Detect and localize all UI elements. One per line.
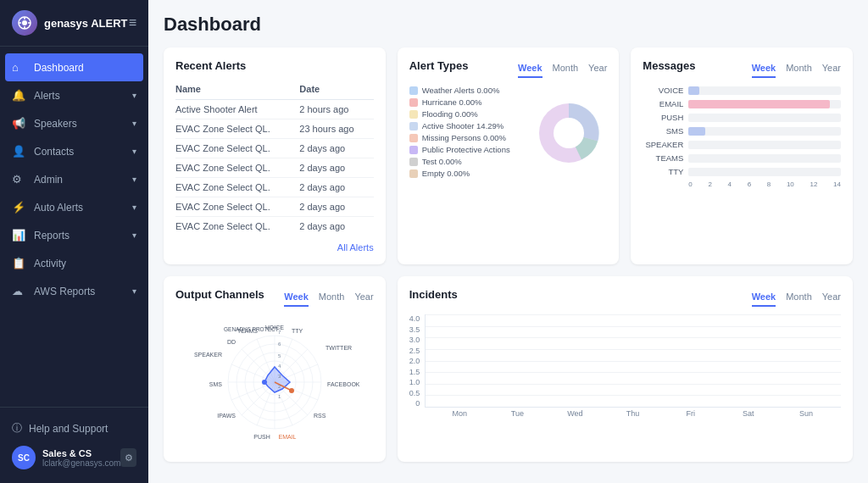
alert-name: EVAC Zone Select QL. [175, 119, 299, 139]
chevron-down-icon: ▾ [132, 119, 136, 128]
legend-label: Weather Alerts 0.00% [422, 86, 500, 95]
sidebar-nav: ⌂ Dashboard 🔔 Alerts ▾ 📢 Speakers ▾ 👤 Co… [0, 47, 148, 407]
avatar-initials: SC [18, 453, 30, 463]
bar-track [688, 100, 841, 108]
legend-item: Flooding 0.00% [409, 109, 523, 119]
dashboard-grid: Recent Alerts Name Date Active Shooter A… [164, 47, 853, 462]
bar-label: SMS [643, 126, 683, 136]
chevron-down-icon: ▾ [132, 203, 136, 212]
legend-item: Empty 0.00% [409, 169, 523, 178]
dashboard-icon: ⌂ [12, 61, 27, 74]
sidebar-item-reports[interactable]: 📊 Reports ▾ [0, 221, 148, 249]
sidebar-item-label: Contacts [34, 146, 74, 158]
legend-dot [409, 146, 418, 154]
svg-text:1: 1 [278, 394, 281, 399]
incident-x-label: Fri [666, 409, 715, 418]
sidebar-item-auto-alerts[interactable]: ⚡ Auto Alerts ▾ [0, 193, 148, 221]
bar-label: TEAMS [643, 153, 683, 163]
tab-incidents-month[interactable]: Month [786, 291, 812, 307]
table-row: EVAC Zone Select QL.2 days ago [175, 139, 374, 158]
bar-fill [688, 127, 704, 136]
sidebar-item-contacts[interactable]: 👤 Contacts ▾ [0, 137, 148, 165]
help-support-link[interactable]: ⓘ Help and Support [12, 416, 136, 441]
tab-msg-year[interactable]: Year [822, 63, 841, 78]
incidents-card: Incidents Week Month Year 4.0 3.5 3.0 2.… [398, 276, 853, 462]
incident-x-label: Thu [609, 409, 658, 418]
pie-chart [531, 95, 607, 171]
legend-label: Empty 0.00% [422, 169, 470, 178]
legend-dot [409, 98, 418, 107]
bar-label: TTY [643, 167, 683, 176]
alert-date: 2 days ago [299, 158, 373, 178]
sidebar-item-label: Dashboard [34, 62, 84, 74]
tab-output-month[interactable]: Month [319, 291, 345, 307]
bar-label: EMAIL [643, 99, 683, 108]
tab-incidents-year[interactable]: Year [822, 291, 841, 307]
app-logo [12, 10, 37, 36]
svg-text:EMAIL: EMAIL [278, 434, 296, 440]
radar-chart: VOICE TWITTER FACEBOOK RSS EMAIL PUSH IP… [175, 314, 374, 450]
chevron-down-icon: ▾ [132, 91, 136, 100]
sidebar-item-label: AWS Reports [34, 286, 95, 297]
tab-alert-week[interactable]: Week [518, 63, 542, 78]
alert-date: 2 hours ago [299, 100, 373, 119]
user-name: Sales & CS [42, 448, 120, 458]
user-settings-button[interactable]: ⚙ [120, 448, 136, 467]
tab-output-week[interactable]: Week [284, 291, 309, 307]
alert-types-card: Alert Types Week Month Year Weather Aler… [398, 47, 620, 264]
contacts-icon: 👤 [12, 145, 27, 158]
table-row: EVAC Zone Select QL.2 days ago [175, 158, 374, 178]
user-info: Sales & CS lclark@genasys.com [42, 448, 120, 468]
alert-types-content: Weather Alerts 0.00%Hurricane 0.00%Flood… [409, 86, 608, 180]
bar-row: TTY [643, 167, 841, 176]
recent-alerts-card: Recent Alerts Name Date Active Shooter A… [164, 47, 386, 264]
recent-alerts-title: Recent Alerts [175, 59, 374, 72]
incident-x-label: Wed [550, 409, 599, 418]
legend-item: Missing Persons 0.00% [409, 133, 523, 142]
sidebar-item-aws-reports[interactable]: ☁ AWS Reports ▾ [0, 277, 148, 305]
admin-icon: ⚙ [12, 173, 27, 186]
tab-msg-week[interactable]: Week [752, 63, 776, 78]
tab-output-year[interactable]: Year [354, 291, 373, 307]
sidebar-item-dashboard[interactable]: ⌂ Dashboard [5, 53, 143, 81]
bar-track [688, 141, 841, 149]
bar-label: SPEAKER [643, 140, 683, 149]
legend-label: Hurricane 0.00% [422, 97, 482, 107]
activity-icon: 📋 [12, 257, 27, 269]
alert-date: 2 days ago [299, 139, 373, 158]
svg-text:DD: DD [227, 339, 236, 345]
sidebar-item-speakers[interactable]: 📢 Speakers ▾ [0, 109, 148, 137]
alert-date: 2 days ago [299, 217, 373, 236]
tab-msg-month[interactable]: Month [786, 63, 812, 78]
svg-text:4: 4 [278, 364, 281, 369]
bar-row: VOICE [643, 86, 841, 95]
sidebar-item-alerts[interactable]: 🔔 Alerts ▾ [0, 81, 148, 109]
sidebar-item-activity[interactable]: 📋 Activity [0, 249, 148, 277]
bar-row: EMAIL [643, 99, 841, 108]
messages-title: Messages [643, 59, 695, 72]
legend-item: Public Protective Actions [409, 145, 523, 154]
svg-point-7 [554, 118, 584, 148]
tab-alert-year[interactable]: Year [588, 63, 607, 78]
sidebar-item-admin[interactable]: ⚙ Admin ▾ [0, 165, 148, 193]
bar-fill [688, 100, 830, 108]
bar-track [688, 114, 841, 122]
chevron-down-icon: ▾ [132, 147, 136, 156]
table-row: EVAC Zone Select QL.2 days ago [175, 197, 374, 217]
sidebar-item-label: Auto Alerts [34, 202, 83, 214]
svg-text:PUSH: PUSH [253, 434, 270, 440]
tab-incidents-week[interactable]: Week [752, 291, 776, 307]
legend-label: Test 0.00% [422, 157, 462, 166]
sidebar-item-label: Activity [34, 258, 66, 269]
sidebar-footer: ⓘ Help and Support SC Sales & CS lclark@… [0, 407, 148, 483]
alert-date: 2 days ago [299, 197, 373, 217]
menu-icon[interactable]: ≡ [129, 15, 136, 31]
tab-alert-month[interactable]: Month [553, 63, 579, 78]
legend-dot [409, 122, 418, 130]
sidebar-item-label: Reports [34, 230, 70, 242]
alert-name: EVAC Zone Select QL. [175, 139, 299, 158]
messages-chart: VOICE EMAIL PUSH SMS SPEAKER TEAMS TTY [643, 86, 841, 176]
alert-types-tabs: Week Month Year [518, 63, 607, 78]
all-alerts-link[interactable]: All Alerts [175, 242, 374, 253]
output-tabs: Week Month Year [284, 291, 373, 307]
